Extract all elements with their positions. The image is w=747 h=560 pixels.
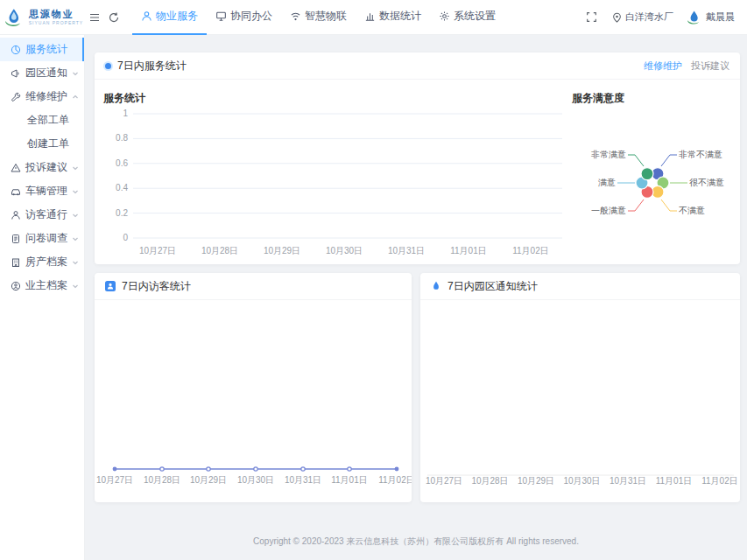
y-tick: 1 <box>123 108 128 118</box>
data-point[interactable] <box>348 467 351 471</box>
pie-label: 非常不满意 <box>679 150 722 159</box>
sidebar-label: 维修维护 <box>25 89 67 104</box>
visitor-line-chart: 10月27日 10月28日 10月29日 10月30日 10月31日 11月01… <box>95 299 412 502</box>
sidebar-label: 服务统计 <box>25 42 67 57</box>
site-name: 白洋湾水厂 <box>625 10 673 24</box>
username: 戴晨晨 <box>706 10 735 24</box>
x-tick: 10月28日 <box>201 246 238 256</box>
sidebar-sublabel: 全部工单 <box>27 113 69 128</box>
nav-label: 协同办公 <box>230 9 272 24</box>
refresh-icon[interactable] <box>104 0 123 35</box>
location-pin-icon <box>612 12 622 23</box>
y-tick: 0.4 <box>116 183 128 192</box>
card-title: 7日内服务统计 <box>117 59 187 74</box>
pie-label: 非常满意 <box>591 150 626 159</box>
x-tick: 10月29日 <box>264 246 300 256</box>
x-tick: 11月01日 <box>331 475 368 485</box>
x-tick: 10月29日 <box>190 475 227 485</box>
pie-callout <box>661 155 677 166</box>
nav-collaboration[interactable]: 协同办公 <box>207 0 281 35</box>
visitor-stats-card-header: 7日内访客统计 <box>95 273 412 300</box>
x-tick: 10月27日 <box>96 475 133 485</box>
pie-label: 不满意 <box>679 206 705 215</box>
wrench-icon <box>11 92 21 102</box>
notice-stats-card: 7日内园区通知统计 10月27日 10月28日 10月29日 10月30日 10… <box>420 273 740 502</box>
x-tick: 10月31日 <box>388 246 425 256</box>
sidebar-label: 投诉建议 <box>25 160 67 175</box>
sidebar-item-property-archive[interactable]: 房产档案 <box>0 250 84 274</box>
collapse-sidebar-icon[interactable] <box>85 0 104 35</box>
nav-label: 智慧物联 <box>305 9 347 24</box>
fullscreen-icon[interactable] <box>581 0 601 35</box>
x-tick: 11月01日 <box>656 476 693 486</box>
sidebar-item-owner-archive[interactable]: 业主档案 <box>0 274 84 298</box>
visitor-icon <box>11 210 21 220</box>
collaboration-icon <box>215 10 227 22</box>
pie-callout <box>661 200 677 211</box>
header-right: 白洋湾水厂 戴晨晨 <box>581 0 747 35</box>
gear-icon <box>439 10 450 22</box>
x-tick: 10月31日 <box>285 475 321 485</box>
logo-subtitle: SIYUAN PROPERTY <box>29 21 83 25</box>
user-menu[interactable]: 戴晨晨 <box>685 9 735 26</box>
pie-label: 很不满意 <box>689 178 724 187</box>
nav-data-statistics[interactable]: 数据统计 <box>356 0 430 35</box>
visitor-card-icon <box>105 281 116 291</box>
nav-system-settings[interactable]: 系统设置 <box>430 0 504 35</box>
nav-label: 物业服务 <box>156 9 198 24</box>
sidebar-item-create-workorder[interactable]: 创建工单 <box>0 132 84 156</box>
avatar <box>685 9 702 26</box>
notice-stats-card-header: 7日内园区通知统计 <box>420 273 740 300</box>
nav-smart-iot[interactable]: 智慧物联 <box>281 0 356 35</box>
data-point[interactable] <box>160 467 164 471</box>
sidebar-item-survey[interactable]: 问卷调查 <box>0 227 84 250</box>
sidebar-label: 业主档案 <box>25 278 67 293</box>
chevron-down-icon <box>72 235 79 242</box>
data-point[interactable] <box>254 467 257 471</box>
data-point[interactable] <box>395 467 399 472</box>
pie-label: 一般满意 <box>591 206 626 215</box>
sidebar-item-complaints[interactable]: 投诉建议 <box>0 156 84 179</box>
notice-chart: 10月27日 10月28日 10月29日 10月30日 10月31日 11月01… <box>420 299 740 502</box>
nav-property-service[interactable]: 物业服务 <box>132 0 207 35</box>
sidebar-item-vehicle-management[interactable]: 车辆管理 <box>0 179 84 203</box>
tab-repair-maintenance[interactable]: 维修维护 <box>644 60 682 73</box>
property-service-icon <box>141 10 152 22</box>
sidebar-item-repair-maintenance[interactable]: 维修维护 <box>0 85 84 108</box>
megaphone-icon <box>11 68 21 79</box>
x-tick: 10月30日 <box>326 246 363 256</box>
service-stats-card: 7日内服务统计 维修维护 投诉建议 服务统计 服务满意度 1 0.8 0.6 0… <box>95 52 740 264</box>
card-title: 7日内园区通知统计 <box>447 279 538 294</box>
y-tick: 0.6 <box>116 158 128 168</box>
nav-label: 系统设置 <box>454 9 496 24</box>
x-tick: 10月29日 <box>518 476 554 486</box>
pie-slice-very-satisfied[interactable] <box>641 168 653 180</box>
service-stats-line-chart: 1 0.8 0.6 0.4 0.2 0 10月27日 10月28日 10月29日… <box>100 105 568 262</box>
pie-stats-icon <box>11 45 21 55</box>
data-point[interactable] <box>301 467 305 471</box>
chevron-down-icon <box>72 259 79 266</box>
x-tick: 10月27日 <box>426 476 462 486</box>
site-selector[interactable]: 白洋湾水厂 <box>612 10 673 24</box>
x-tick: 10月30日 <box>563 476 600 486</box>
smart-iot-icon <box>290 10 301 22</box>
data-point[interactable] <box>207 467 210 471</box>
data-statistics-icon <box>364 10 376 22</box>
sidebar-item-service-stats[interactable]: 服务统计 <box>0 38 84 61</box>
x-tick: 11月02日 <box>701 476 738 486</box>
pie-callout <box>628 200 644 211</box>
sidebar-item-park-notice[interactable]: 园区通知 <box>0 61 84 85</box>
sidebar-item-all-workorders[interactable]: 全部工单 <box>0 108 84 132</box>
tab-complaints[interactable]: 投诉建议 <box>691 60 729 73</box>
complaint-icon <box>11 163 21 173</box>
x-tick: 10月30日 <box>237 475 274 485</box>
sidebar-item-visitor-access[interactable]: 访客通行 <box>0 203 84 227</box>
sidebar-label: 房产档案 <box>25 255 67 270</box>
chevron-down-icon <box>72 188 79 195</box>
data-point[interactable] <box>113 467 117 472</box>
line-chart-title: 服务统计 <box>103 91 145 106</box>
sidebar-label: 访客通行 <box>25 207 67 222</box>
copyright-footer: Copyright © 2020-2023 来云信息科技（苏州）有限公司版权所有… <box>85 536 747 548</box>
page: 思源物业 SIYUAN PROPERTY 物业服务 协同办公 智慧物联 <box>0 0 747 560</box>
survey-doc-icon <box>11 234 21 244</box>
